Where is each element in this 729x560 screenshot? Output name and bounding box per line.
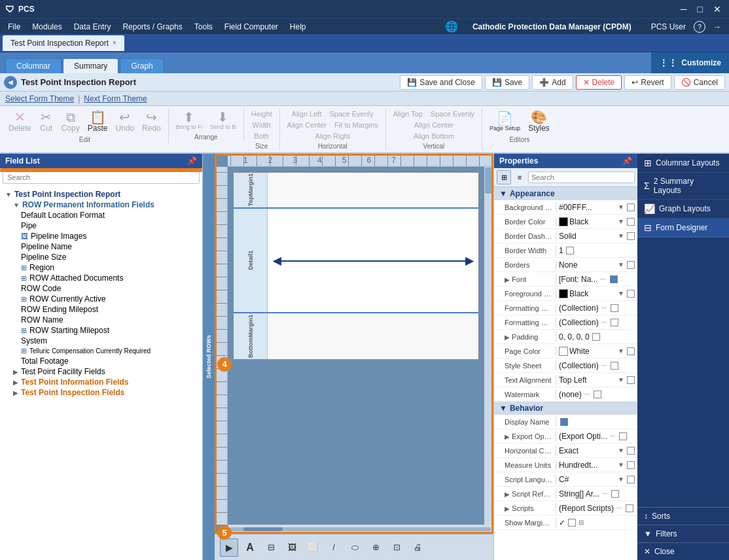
tree-item-row-currently-active[interactable]: ⊞ ROW Currently Active — [18, 294, 200, 304]
ribbon-both-btn[interactable]: Both — [251, 131, 272, 141]
prop-value-padding[interactable]: 0, 0, 0, 0 — [556, 331, 637, 343]
prop-checkbox-formatting-rule2[interactable] — [611, 319, 618, 326]
ribbon-height-btn[interactable]: Height — [248, 109, 276, 119]
prop-tool-list-btn[interactable]: ≡ — [512, 170, 527, 184]
tree-item-row-ending-milepost[interactable]: ROW Ending Milepost — [18, 304, 200, 315]
prop-value-border-dash[interactable]: Solid ▼ — [556, 230, 637, 242]
tree-item-row-name[interactable]: ROW Name — [18, 315, 200, 325]
tool-image-btn[interactable]: 🖼 — [283, 538, 301, 557]
menu-file[interactable]: File — [3, 21, 26, 33]
prop-checkbox-horizontal-content[interactable] — [627, 447, 635, 455]
customize-action-sorts[interactable]: ↕ Sorts — [637, 507, 729, 525]
prop-btn-style-sheet[interactable]: ··· — [600, 362, 608, 369]
prop-dropdown-page-color[interactable]: ▼ — [618, 347, 624, 355]
field-list-pin-icon[interactable]: 📌 — [187, 156, 197, 166]
workspace-scrollbar-vertical[interactable] — [484, 167, 493, 525]
tool-print-btn[interactable]: 🖨 — [408, 538, 427, 557]
tree-item-tp-information[interactable]: ▶ Test Point Information Fields — [10, 377, 200, 387]
prop-section-behavior[interactable]: ▼ Behavior — [494, 402, 637, 415]
detail-content[interactable]: ◀ ▶ — [268, 209, 478, 312]
tree-item-total-footage[interactable]: Total Footage — [18, 356, 200, 366]
ribbon-space-evenly-h-btn[interactable]: Space Evenly — [326, 109, 376, 119]
customize-item-form-designer[interactable]: ⊟ Form Designer — [637, 219, 729, 237]
prop-value-border-width[interactable]: 1 — [556, 245, 637, 256]
tree-item-pipeline-images[interactable]: 🖼 Pipeline Images — [18, 231, 200, 241]
prop-btn-formatting-rule2[interactable]: ··· — [600, 319, 608, 326]
ribbon-cut-btn[interactable]: ✂ Cut — [36, 109, 57, 135]
tree-item-telluric[interactable]: ⊞ Telluric Compensation Currently Requir… — [18, 346, 200, 356]
save-button[interactable]: 💾 Save — [485, 75, 529, 90]
next-form-theme-link[interactable]: Next Form Theme — [84, 94, 147, 103]
prop-expand-export[interactable]: ▶ — [505, 433, 510, 440]
properties-pin-icon[interactable]: 📌 — [622, 156, 632, 166]
tree-item-system[interactable]: System — [18, 336, 200, 346]
prop-checkbox-script-language[interactable] — [627, 476, 635, 483]
prop-value-scripts[interactable]: (Report Scripts) ··· — [556, 502, 637, 514]
tab-close-button[interactable]: × — [113, 39, 116, 46]
menu-data-entry[interactable]: Data Entry — [69, 21, 116, 33]
workspace-scrollbar-horizontal[interactable] — [228, 525, 493, 534]
prop-value-formatting-rule1[interactable]: (Collection) ··· — [556, 302, 637, 314]
prop-value-measure-units[interactable]: Hundredt... ▼ — [556, 459, 637, 471]
ribbon-delete-btn[interactable]: ✕ Delete — [5, 109, 35, 135]
ribbon-align-left-btn[interactable]: Align Left — [289, 109, 325, 119]
customize-item-columnar[interactable]: ⊞ Columnar Layouts — [637, 154, 729, 173]
prop-value-page-color[interactable]: White ▼ — [556, 345, 637, 357]
prop-dropdown-bg[interactable]: ▼ — [618, 203, 624, 211]
customize-action-close[interactable]: ✕ Close — [637, 542, 729, 560]
prop-dropdown-borders[interactable]: ▼ — [618, 261, 624, 268]
prop-checkbox-font[interactable] — [610, 275, 618, 283]
ribbon-styles-btn[interactable]: 🎨 Styles — [525, 109, 553, 135]
close-button[interactable]: ✕ — [711, 4, 724, 14]
prop-checkbox-border-color[interactable] — [627, 218, 635, 226]
prop-btn-scripts[interactable]: ··· — [615, 504, 623, 512]
menu-modules[interactable]: Modules — [27, 21, 67, 33]
minimize-button[interactable]: ─ — [678, 4, 690, 14]
tree-item-row-code[interactable]: ROW Code — [18, 283, 200, 294]
prop-value-style-sheet[interactable]: (Collection) ··· — [556, 360, 637, 372]
prop-value-font[interactable]: [Font: Na... ··· — [556, 273, 637, 285]
prop-checkbox-style-sheet[interactable] — [611, 362, 618, 370]
customize-item-summary[interactable]: Σ 2 Summary Layouts — [637, 173, 729, 200]
prop-checkbox-watermark[interactable] — [594, 391, 601, 398]
prop-value-script-language[interactable]: C# ▼ — [556, 474, 637, 485]
prop-btn-watermark[interactable]: ··· — [583, 391, 591, 398]
help-icon[interactable]: ? — [694, 21, 705, 33]
prop-value-horizontal-content[interactable]: Exact ▼ — [556, 445, 637, 457]
prop-checkbox-export[interactable] — [619, 432, 627, 440]
prop-expand-padding[interactable]: ▶ — [505, 334, 510, 341]
prop-checkbox-display-name[interactable] — [560, 418, 568, 426]
tree-item-row-starting-milepost[interactable]: ⊞ ROW Starting Milepost — [18, 325, 200, 336]
prop-expand-font[interactable]: ▶ — [505, 276, 510, 283]
menu-field-computer[interactable]: Field Computer — [219, 21, 283, 33]
report-tab-item[interactable]: Test Point Inspection Report × — [3, 35, 124, 51]
prop-value-display-name[interactable] — [556, 417, 637, 427]
ribbon-redo-btn[interactable]: ↪ Redo — [139, 109, 164, 135]
tree-item-row-attached[interactable]: ⊞ ROW Attached Documents — [18, 273, 200, 283]
ribbon-paste-btn[interactable]: 📋 Paste — [84, 109, 111, 135]
prop-dropdown-measure-units[interactable]: ▼ — [618, 461, 624, 468]
tool-crosshair-btn[interactable]: ⊕ — [366, 538, 385, 557]
ribbon-align-right-btn[interactable]: Align Right — [312, 131, 353, 141]
scrollbar-horizontal-thumb[interactable] — [243, 527, 283, 531]
prop-checkbox-measure-units[interactable] — [627, 461, 635, 469]
prop-checkbox-bg[interactable] — [627, 203, 635, 211]
prop-value-borders[interactable]: None ▼ — [556, 259, 637, 271]
tool-text-btn[interactable]: A — [241, 538, 259, 557]
prop-value-show-margin[interactable]: ✓ ⊟ — [556, 517, 637, 529]
ribbon-align-bottom-btn[interactable]: Align Bottom — [410, 131, 457, 141]
ribbon-fit-margins-btn[interactable]: Fit to Margins — [331, 120, 382, 130]
tree-item-region[interactable]: ⊞ Region — [18, 262, 200, 273]
ribbon-copy-btn[interactable]: ⧉ Copy — [58, 109, 83, 135]
prop-dropdown-text-alignment[interactable]: ▼ — [618, 376, 624, 383]
prop-value-export-options[interactable]: (Export Opti... ··· — [556, 430, 637, 442]
prop-btn-show-margin[interactable]: ⊟ — [577, 519, 585, 526]
menu-tools[interactable]: Tools — [189, 21, 218, 33]
ribbon-bring-front-btn[interactable]: ⬆ Bring to Front — [173, 109, 205, 132]
tool-select-btn[interactable]: ▶ — [220, 538, 238, 557]
customize-item-graph[interactable]: 📈 Graph Layouts — [637, 200, 729, 219]
prop-section-appearance[interactable]: ▼ Appearance — [494, 187, 637, 200]
tree-item-root[interactable]: ▼ Test Point Inspection Report — [3, 189, 200, 200]
ribbon-page-setup-btn[interactable]: 📄 Page Setup — [486, 110, 524, 133]
field-list-search-input[interactable] — [3, 171, 200, 184]
